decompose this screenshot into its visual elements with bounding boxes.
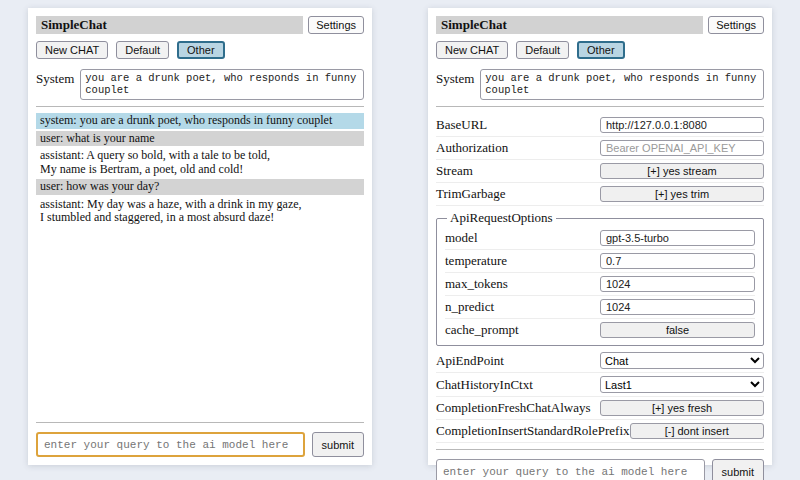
app-title: SimpleChat bbox=[436, 16, 703, 34]
app-title: SimpleChat bbox=[36, 16, 303, 34]
api-endpoint-select[interactable]: Chat bbox=[600, 352, 764, 369]
session-toolbar: New CHAT Default Other bbox=[36, 41, 364, 59]
chat-message-user: user: how was your day? bbox=[36, 179, 364, 195]
setting-label-baseurl: BaseURL bbox=[436, 117, 600, 133]
submit-button[interactable]: submit bbox=[712, 459, 764, 480]
setting-row: CompletionFreshChatAlways [+] yes fresh bbox=[436, 397, 764, 420]
chat-message-system: system: you are a drunk poet, who respon… bbox=[36, 113, 364, 129]
baseurl-input[interactable] bbox=[600, 117, 764, 133]
divider bbox=[36, 422, 364, 423]
divider bbox=[436, 106, 764, 107]
setting-label-max-tokens: max_tokens bbox=[445, 276, 600, 292]
api-request-options-group: ApiRequestOptions model temperature max_… bbox=[436, 210, 764, 346]
setting-row: model bbox=[445, 227, 755, 250]
setting-label-chat-history-in-ctxt: ChatHistoryInCtxt bbox=[436, 377, 600, 393]
chat-message-user: user: what is your name bbox=[36, 131, 364, 147]
chat-history-select[interactable]: Last1 bbox=[600, 376, 764, 393]
system-prompt-label: System bbox=[436, 69, 474, 87]
chat-panel: SimpleChat Settings New CHAT Default Oth… bbox=[28, 8, 372, 465]
session-toolbar: New CHAT Default Other bbox=[436, 41, 764, 59]
setting-row: Authorization bbox=[436, 137, 764, 160]
query-input[interactable] bbox=[36, 432, 305, 457]
chat-messages: system: you are a drunk poet, who respon… bbox=[36, 113, 364, 228]
n-predict-input[interactable] bbox=[600, 299, 755, 315]
titlebar: SimpleChat Settings bbox=[36, 16, 364, 34]
api-request-options-legend: ApiRequestOptions bbox=[447, 210, 556, 226]
setting-row: n_predict bbox=[445, 296, 755, 319]
temperature-input[interactable] bbox=[600, 253, 755, 269]
authorization-input[interactable] bbox=[600, 140, 764, 156]
chat-message-assistant: assistant: My day was a haze, with a dri… bbox=[36, 197, 364, 226]
model-input[interactable] bbox=[600, 230, 755, 246]
setting-label-model: model bbox=[445, 230, 600, 246]
setting-row: CompletionInsertStandardRolePrefix [-] d… bbox=[436, 420, 764, 443]
settings-list: BaseURL Authorization Stream [+] yes str… bbox=[436, 114, 764, 443]
chat-message-assistant: assistant: A query so bold, with a tale … bbox=[36, 148, 364, 177]
stream-toggle-button[interactable]: [+] yes stream bbox=[600, 163, 764, 179]
setting-row: ChatHistoryInCtxt Last1 bbox=[436, 373, 764, 397]
setting-label-api-endpoint: ApiEndPoint bbox=[436, 353, 600, 369]
system-prompt-row: System you are a drunk poet, who respond… bbox=[36, 69, 364, 100]
setting-label-cache-prompt: cache_prompt bbox=[445, 322, 600, 338]
divider bbox=[436, 449, 764, 450]
completion-fresh-toggle-button[interactable]: [+] yes fresh bbox=[600, 400, 764, 416]
system-prompt-row: System you are a drunk poet, who respond… bbox=[436, 69, 764, 100]
setting-label-trimgarbage: TrimGarbage bbox=[436, 186, 600, 202]
trimgarbage-toggle-button[interactable]: [+] yes trim bbox=[600, 186, 764, 202]
divider bbox=[36, 106, 364, 107]
setting-label-completion-insert-prefix: CompletionInsertStandardRolePrefix bbox=[436, 423, 630, 439]
settings-panel: SimpleChat Settings New CHAT Default Oth… bbox=[428, 8, 772, 465]
system-prompt-textarea[interactable]: you are a drunk poet, who responds in fu… bbox=[480, 69, 764, 100]
setting-label-authorization: Authorization bbox=[436, 140, 600, 156]
session-tab-other[interactable]: Other bbox=[577, 41, 625, 59]
setting-row: TrimGarbage [+] yes trim bbox=[436, 183, 764, 206]
system-prompt-label: System bbox=[36, 69, 74, 87]
system-prompt-textarea[interactable]: you are a drunk poet, who responds in fu… bbox=[80, 69, 364, 100]
new-chat-button[interactable]: New CHAT bbox=[436, 41, 508, 59]
session-tab-default[interactable]: Default bbox=[116, 41, 169, 59]
query-row: submit bbox=[436, 459, 764, 480]
query-row: submit bbox=[36, 432, 364, 457]
setting-label-stream: Stream bbox=[436, 163, 600, 179]
new-chat-button[interactable]: New CHAT bbox=[36, 41, 108, 59]
titlebar: SimpleChat Settings bbox=[436, 16, 764, 34]
cache-prompt-toggle-button[interactable]: false bbox=[600, 322, 755, 338]
completion-insert-toggle-button[interactable]: [-] dont insert bbox=[630, 423, 764, 439]
settings-button[interactable]: Settings bbox=[308, 16, 364, 34]
setting-row: BaseURL bbox=[436, 114, 764, 137]
setting-row: ApiEndPoint Chat bbox=[436, 349, 764, 373]
setting-row: Stream [+] yes stream bbox=[436, 160, 764, 183]
setting-label-n-predict: n_predict bbox=[445, 299, 600, 315]
setting-row: cache_prompt false bbox=[445, 319, 755, 341]
query-input[interactable] bbox=[436, 459, 705, 480]
setting-row: max_tokens bbox=[445, 273, 755, 296]
settings-button[interactable]: Settings bbox=[708, 16, 764, 34]
submit-button[interactable]: submit bbox=[312, 432, 364, 457]
setting-label-temperature: temperature bbox=[445, 253, 600, 269]
max-tokens-input[interactable] bbox=[600, 276, 755, 292]
session-tab-default[interactable]: Default bbox=[516, 41, 569, 59]
session-tab-other[interactable]: Other bbox=[177, 41, 225, 59]
setting-label-completion-fresh: CompletionFreshChatAlways bbox=[436, 400, 600, 416]
setting-row: temperature bbox=[445, 250, 755, 273]
spacer bbox=[36, 228, 364, 417]
